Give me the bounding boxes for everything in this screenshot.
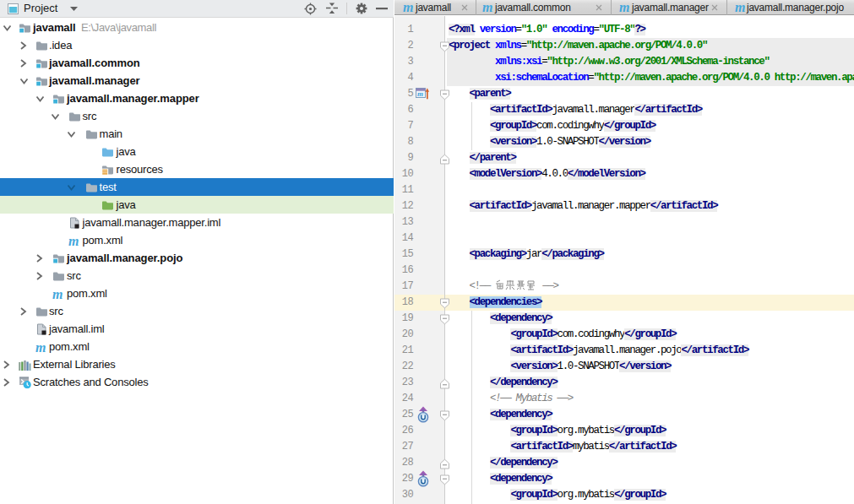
svg-text:m: m (417, 89, 423, 98)
